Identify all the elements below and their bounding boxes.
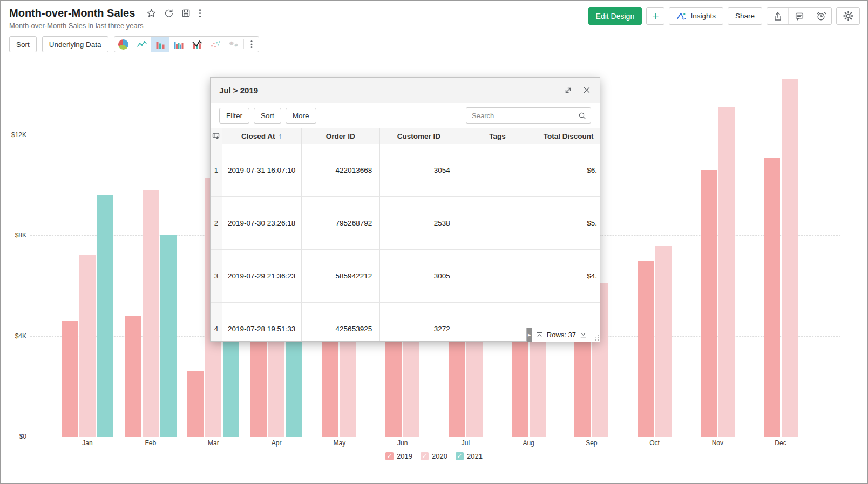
bar-2019-oct[interactable]: [638, 261, 654, 437]
dialog-sort-button[interactable]: Sort: [254, 108, 281, 124]
column-header-customer-id[interactable]: Customer ID: [380, 128, 458, 144]
legend-item-2021[interactable]: ✓2021: [456, 452, 483, 460]
chart-type-map-icon[interactable]: [225, 37, 243, 52]
column-header-closed-at[interactable]: Closed At ↑: [222, 128, 302, 144]
chart-type-pie-icon[interactable]: [114, 37, 133, 52]
x-axis-label-oct: Oct: [649, 439, 660, 447]
table-body: 12019-07-31 16:07:104220136683054$6.2201…: [211, 144, 600, 341]
bar-2019-jan[interactable]: [62, 321, 78, 437]
column-header-order-id[interactable]: Order ID: [302, 128, 381, 144]
table-header-row: Closed At ↑ Order ID Customer ID Tags To…: [211, 128, 600, 144]
bar-2020-jan[interactable]: [79, 255, 96, 437]
cell-value: 2019-07-31 16:07:10: [228, 166, 295, 175]
resize-grip[interactable]: [592, 333, 600, 342]
save-icon[interactable]: [181, 9, 191, 18]
view-toolbar: Sort Underlying Data: [9, 36, 259, 52]
edit-design-button[interactable]: Edit Design: [588, 7, 642, 25]
bar-2019-nov[interactable]: [701, 170, 717, 437]
row-number-cell: 1: [211, 144, 222, 197]
column-chooser-icon[interactable]: [211, 128, 222, 144]
bar-2021-jan[interactable]: [97, 195, 113, 437]
dialog-filter-button[interactable]: Filter: [219, 108, 249, 124]
settings-gear-icon[interactable]: [836, 7, 860, 25]
y-axis-tick-label: $4K: [5, 332, 26, 340]
favorite-star-icon[interactable]: [147, 9, 156, 18]
chart-more-options-icon[interactable]: [245, 37, 259, 52]
cell-value: 4: [214, 325, 219, 333]
export-icon[interactable]: [767, 8, 788, 24]
refresh-icon[interactable]: [164, 9, 173, 18]
underlying-data-button[interactable]: Underlying Data: [42, 36, 109, 52]
cell-value: $5.: [587, 219, 597, 227]
header-actions: Edit Design + Insights Share: [588, 7, 860, 25]
cell-value: 1: [214, 166, 219, 174]
app-window: $0$4K$8K$12KJanFebMarAprMayJunJulAugSepO…: [0, 0, 868, 484]
legend-label: 2019: [397, 452, 412, 460]
y-axis-tick-label: $0: [5, 433, 26, 440]
order-id-cell: 795268792: [302, 197, 381, 250]
chart-type-scatter-icon[interactable]: [206, 37, 225, 52]
legend-checkbox: ✓: [456, 452, 464, 460]
legend-label: 2020: [432, 452, 447, 460]
order-id-cell: 422013668: [302, 144, 381, 197]
bar-2019-jun[interactable]: [385, 329, 402, 437]
total-discount-cell: $4.: [537, 250, 600, 303]
add-button[interactable]: +: [646, 7, 664, 25]
table-row[interactable]: 12019-07-31 16:07:104220136683054$6.: [211, 144, 600, 197]
bar-2019-mar[interactable]: [187, 371, 204, 437]
tags-cell: [458, 250, 538, 303]
expand-dialog-icon[interactable]: [564, 86, 573, 95]
dialog-more-button[interactable]: More: [286, 108, 316, 124]
bar-2020-nov[interactable]: [718, 107, 735, 437]
bar-2019-dec[interactable]: [764, 158, 780, 437]
cell-value: 3005: [434, 272, 450, 280]
cell-value: 3: [214, 272, 219, 280]
row-number-cell: 4: [211, 303, 222, 341]
cell-value: 2: [214, 219, 219, 227]
dialog-title: Jul > 2019: [219, 86, 554, 95]
bar-2020-dec[interactable]: [782, 79, 798, 437]
cell-value: 585942212: [336, 272, 372, 280]
x-axis-label-sep: Sep: [586, 439, 597, 447]
chart-legend: ✓2019✓2020✓2021: [1, 452, 867, 460]
sort-button[interactable]: Sort: [9, 36, 37, 52]
bar-2019-feb[interactable]: [125, 316, 141, 437]
alerts-clock-icon[interactable]: [810, 8, 831, 24]
rows-bar-handle[interactable]: ▶: [527, 328, 532, 342]
table-row[interactable]: 22019-07-30 23:26:187952687922538$5.: [211, 197, 600, 250]
share-button[interactable]: Share: [728, 7, 762, 25]
x-axis-label-mar: Mar: [208, 439, 219, 447]
closed-at-cell: 2019-07-31 16:07:10: [222, 144, 302, 197]
more-options-icon[interactable]: [199, 9, 201, 18]
table-row[interactable]: 32019-07-29 21:36:235859422123005$4.: [211, 250, 600, 303]
search-input[interactable]: [471, 111, 578, 120]
search-icon: [578, 112, 586, 120]
comments-icon[interactable]: [788, 8, 810, 24]
chart-type-line-icon[interactable]: [133, 37, 151, 52]
bar-2020-oct[interactable]: [655, 246, 672, 437]
chart-type-switcher: [114, 36, 259, 52]
column-header-total-discount[interactable]: Total Discount: [537, 128, 600, 144]
cell-value: 795268792: [336, 219, 372, 227]
total-discount-cell: $6.: [537, 144, 600, 197]
legend-item-2019[interactable]: ✓2019: [385, 452, 412, 460]
cell-value: 422013668: [336, 166, 372, 174]
bar-2021-feb[interactable]: [160, 235, 177, 437]
sort-ascending-icon: ↑: [278, 132, 282, 140]
report-header: Month-over-Month Sales Month-over-Month …: [9, 7, 201, 30]
legend-item-2020[interactable]: ✓2020: [421, 452, 447, 460]
chart-type-combo-icon[interactable]: [188, 37, 206, 52]
scroll-to-bottom-icon[interactable]: [579, 331, 587, 339]
insights-button[interactable]: Insights: [669, 7, 723, 25]
close-dialog-icon[interactable]: [582, 86, 591, 94]
cell-value: 2019-07-29 21:36:23: [228, 271, 295, 281]
order-id-cell: 585942212: [302, 250, 381, 303]
chart-type-bar-icon[interactable]: [151, 37, 169, 52]
x-axis-label-may: May: [334, 439, 346, 447]
scroll-to-top-icon[interactable]: [535, 331, 544, 339]
legend-checkbox: ✓: [421, 452, 429, 460]
cell-value: $6.: [587, 166, 597, 174]
bar-2020-feb[interactable]: [143, 190, 159, 437]
chart-type-grouped-bar-icon[interactable]: [169, 37, 188, 52]
column-header-tags[interactable]: Tags: [458, 128, 538, 144]
